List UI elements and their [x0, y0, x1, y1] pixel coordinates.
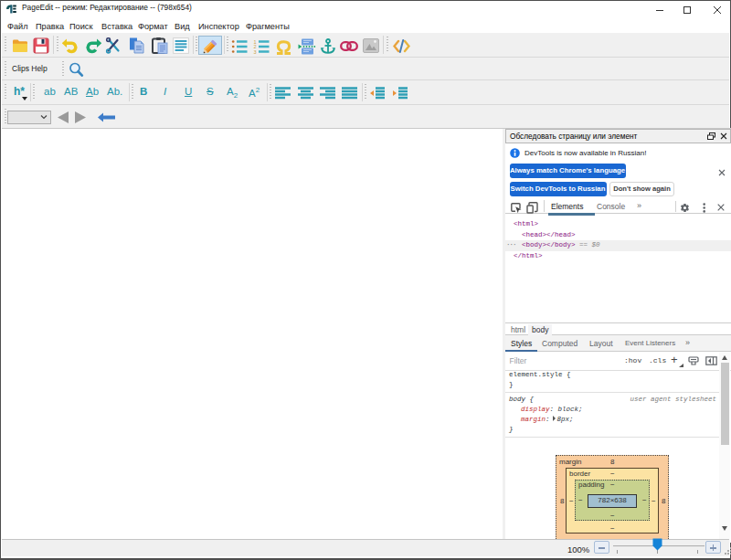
svg-text:3: 3 [254, 49, 257, 54]
